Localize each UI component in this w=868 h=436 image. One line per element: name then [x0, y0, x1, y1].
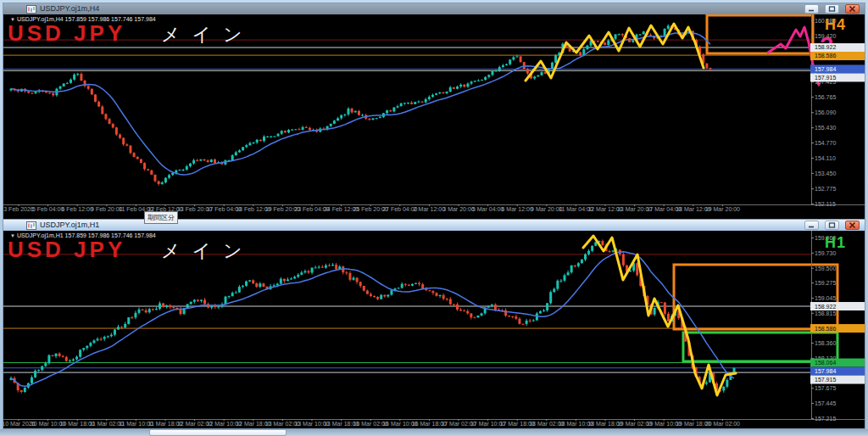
freehand-drawing[interactable]: [583, 236, 736, 395]
svg-text:157.915: 157.915: [815, 377, 836, 383]
close-icon[interactable]: [845, 221, 860, 230]
svg-text:6 Mar 12:00: 6 Mar 12:00: [502, 206, 533, 212]
timeframe-badge-h1: H1: [825, 234, 846, 252]
window-titlebar-h4[interactable]: USDJPY.oj1m,H4: [3, 3, 865, 14]
window-title: USDJPY.oj1m,H1: [40, 220, 99, 231]
chart-window-h4: USDJPY.oj1m,H4 ?160.080159.420157.425156…: [3, 3, 865, 220]
time-axis: 3 Feb 20265 Feb 04:006 Feb 12:009 Feb 20…: [3, 204, 740, 212]
svg-text:27 Feb 04:00: 27 Feb 04:00: [382, 206, 417, 212]
price-axis: 159.960159.730159.500159.275159.045158.8…: [810, 235, 865, 422]
svg-text:156.765: 156.765: [815, 94, 836, 100]
svg-text:157.675: 157.675: [815, 385, 836, 391]
svg-text:3 Mar 20:00: 3 Mar 20:00: [442, 206, 474, 212]
svg-text:158.586: 158.586: [815, 53, 836, 59]
svg-text:154.110: 154.110: [815, 155, 836, 161]
svg-text:158.360: 158.360: [815, 340, 836, 346]
svg-text:157.215: 157.215: [815, 416, 836, 422]
svg-text:153.450: 153.450: [815, 170, 836, 176]
timeframe-badge-h4: H4: [825, 16, 846, 34]
svg-text:152.775: 152.775: [815, 186, 836, 192]
close-icon[interactable]: [845, 4, 860, 14]
watermark-sub: メイン: [161, 238, 254, 264]
watermark-symbol: USD JPY: [8, 20, 125, 47]
svg-text:155.430: 155.430: [815, 125, 836, 131]
svg-text:157.984: 157.984: [815, 66, 836, 72]
moving-average-line: [11, 252, 734, 386]
window-titlebar-h1[interactable]: USDJPY.oj1m,H1: [3, 220, 865, 231]
time-axis: 10 Mar 202610 Mar 10:0010 Mar 18:0011 Ma…: [3, 419, 740, 427]
svg-text:157.445: 157.445: [815, 400, 836, 406]
chart-area-h4[interactable]: ?160.080159.420157.425156.765156.090155.…: [3, 14, 865, 219]
price-axis: 160.080159.420157.425156.765156.090155.4…: [810, 18, 865, 207]
chart-area-h1[interactable]: 159.960159.730159.500159.275159.045158.8…: [3, 231, 865, 428]
moving-average-line: [11, 33, 710, 175]
drawn-rectangle[interactable]: [674, 265, 837, 329]
candlestick-chart-h4: ?160.080159.420157.425156.765156.090155.…: [3, 14, 865, 217]
candlestick-chart-h1: 159.960159.730159.500159.275159.045158.8…: [3, 231, 865, 427]
svg-text:5 Feb 04:00: 5 Feb 04:00: [32, 206, 64, 212]
svg-text:158.815: 158.815: [815, 310, 836, 316]
restore-icon[interactable]: [825, 4, 839, 14]
scrollbar-thumb[interactable]: [149, 429, 287, 436]
window-title: USDJPY.oj1m,H4: [40, 3, 99, 14]
svg-text:2 Mar 12:00: 2 Mar 12:00: [414, 206, 445, 212]
svg-text:20 Mar 02:00: 20 Mar 02:00: [705, 421, 740, 427]
svg-text:159.045: 159.045: [815, 295, 836, 301]
horizontal-scrollbar[interactable]: [0, 429, 868, 436]
svg-text:159.500: 159.500: [815, 266, 836, 271]
chart-window-icon: [26, 221, 36, 230]
svg-text:6 Feb 12:00: 6 Feb 12:00: [62, 206, 93, 212]
freehand-drawing[interactable]: [526, 24, 704, 81]
tooltip: 期間区分: [144, 211, 178, 224]
svg-text:157.915: 157.915: [815, 75, 836, 81]
svg-text:159.420: 159.420: [815, 33, 836, 39]
svg-text:3 Feb 2026: 3 Feb 2026: [3, 206, 34, 212]
svg-text:157.984: 157.984: [815, 368, 836, 374]
chart-window-icon: [26, 5, 36, 14]
svg-text:9 Mar 20:00: 9 Mar 20:00: [531, 206, 562, 212]
candles: [10, 25, 712, 186]
svg-text:158.064: 158.064: [815, 360, 836, 366]
svg-text:158.922: 158.922: [815, 304, 836, 310]
minimize-icon[interactable]: [804, 221, 819, 230]
watermark-sub: メイン: [161, 22, 254, 48]
svg-text:152.115: 152.115: [815, 201, 836, 207]
watermark-symbol: USD JPY: [8, 237, 125, 263]
minimize-icon[interactable]: [804, 4, 819, 14]
svg-text:5 Mar 04:00: 5 Mar 04:00: [472, 206, 504, 212]
chart-window-h1: USDJPY.oj1m,H1 159.960159.730159.500159.…: [3, 219, 865, 429]
svg-text:9 Feb 20:00: 9 Feb 20:00: [91, 206, 122, 212]
restore-icon[interactable]: [825, 221, 839, 230]
svg-text:159.275: 159.275: [815, 280, 836, 286]
svg-text:158.922: 158.922: [815, 44, 836, 50]
svg-text:19 Mar 20:00: 19 Mar 20:00: [705, 206, 740, 212]
svg-text:156.090: 156.090: [815, 109, 836, 115]
svg-text:158.586: 158.586: [815, 326, 836, 332]
svg-text:154.770: 154.770: [815, 140, 836, 146]
